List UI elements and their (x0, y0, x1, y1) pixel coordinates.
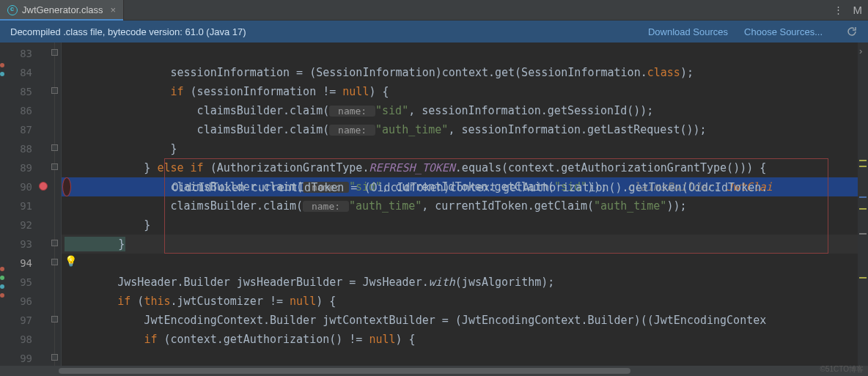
code-area[interactable]: sessionInformation = (SessionInformation… (62, 43, 858, 366)
code-line: claimsBuilder.claim( name: "sid", sessio… (62, 101, 858, 120)
code-line: } (62, 139, 858, 158)
code-line (62, 44, 858, 63)
choose-sources-link[interactable]: Choose Sources... (744, 26, 823, 37)
code-line: OidcIdToken currentIdToken = (OidcIdToke… (62, 177, 71, 196)
code-line (62, 254, 858, 273)
code-line: JwtEncodingContext.Builder jwtContextBui… (62, 311, 858, 330)
code-line: if (this.jwtCustomizer != null) { (62, 292, 858, 311)
editor-tabbar: JwtGenerator.class × ⋮ M (0, 0, 868, 21)
tabbar-actions: ⋮ M (834, 0, 869, 20)
code-line: sessionInformation = (SessionInformation… (62, 63, 858, 82)
chevron-right-icon[interactable]: › (859, 45, 862, 56)
code-line: JwsHeader.Builder jwsHeaderBuilder = Jws… (62, 273, 858, 292)
tabbar-letter: M (853, 4, 863, 16)
watermark: ©51CTO博客 (820, 364, 864, 375)
line-number-gutter: 8384858687888990919293949596979899 (0, 43, 38, 366)
kebab-menu-icon[interactable]: ⋮ (834, 4, 843, 15)
decompiled-banner: Decompiled .class file, bytecode version… (0, 21, 868, 43)
code-line: claimsBuilder.claim( name: "auth_time", … (62, 120, 858, 139)
class-file-icon (7, 5, 18, 15)
code-line: if (context.getAuthorization() != null) … (62, 330, 858, 349)
code-line: } else if (AuthorizationGrantType.REFRES… (62, 158, 858, 177)
refresh-icon[interactable] (846, 26, 858, 37)
tab-filename: JwtGenerator.class (22, 4, 103, 15)
error-stripe[interactable]: › (858, 43, 868, 366)
download-sources-link[interactable]: Download Sources (648, 26, 728, 37)
breakpoint-gutter[interactable] (38, 43, 48, 366)
code-line: if (sessionInformation != null) { (62, 82, 858, 101)
left-fringe (0, 43, 4, 366)
code-editor[interactable]: 8384858687888990919293949596979899 💡 ses… (0, 43, 868, 366)
scrollbar-thumb[interactable] (59, 368, 630, 374)
fold-gutter[interactable]: 💡 (48, 43, 62, 366)
close-tab-icon[interactable]: × (111, 4, 117, 15)
horizontal-scrollbar[interactable] (0, 366, 868, 376)
code-line: } (62, 215, 858, 235)
file-tab[interactable]: JwtGenerator.class × (0, 0, 124, 20)
banner-text: Decompiled .class file, bytecode version… (10, 26, 246, 37)
code-line: claimsBuilder.claim( name: "auth_time", … (62, 196, 858, 215)
code-line: } (62, 235, 858, 254)
